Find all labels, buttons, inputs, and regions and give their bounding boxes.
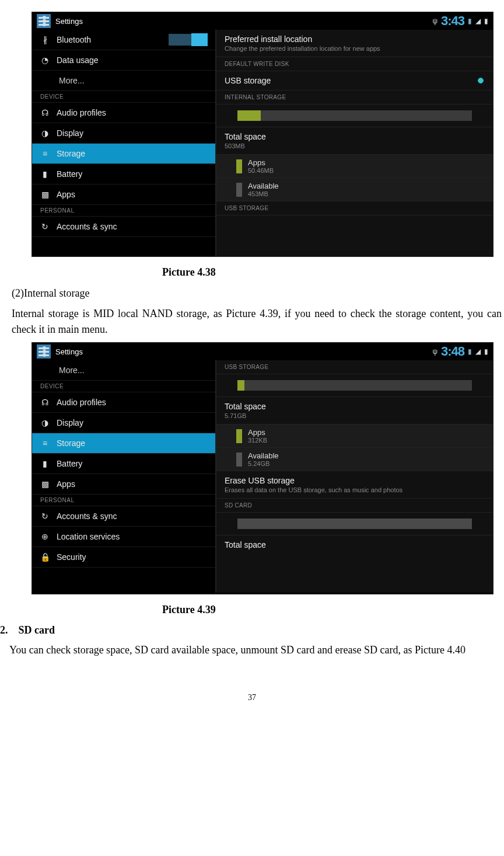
sidebar-item-label: Storage (57, 439, 85, 448)
apps-swatch (236, 429, 242, 443)
radio-selected-icon (478, 78, 484, 83)
bluetooth-icon: ∦ (40, 35, 50, 44)
sidebar-item-storage[interactable]: ≡ Storage (32, 144, 215, 164)
sidebar-item-battery[interactable]: ▮ Battery (32, 164, 215, 185)
row-value: 453MB (248, 190, 279, 197)
usb-icon: ψ (432, 347, 438, 356)
sidebar-item-more[interactable]: More... (32, 360, 215, 381)
signal-icon: ▮ (468, 17, 472, 25)
preferred-install-row[interactable]: Preferred install location Change the pr… (216, 30, 493, 57)
row-subtitle: Erases all data on the USB storage, such… (225, 486, 485, 493)
storage-bar (237, 110, 472, 121)
sidebar-item-location[interactable]: ⊕ Location services (32, 527, 215, 547)
detail-pane: USB STORAGE Total space 5.71GB Apps 312K… (215, 360, 493, 593)
lock-icon: 🔒 (40, 552, 50, 562)
row-title: USB storage (225, 76, 485, 85)
storage-icon: ≡ (40, 439, 50, 448)
wifi-icon: ◢ (475, 347, 481, 356)
row-value: 5.71GB (225, 412, 485, 419)
storage-bar-container (216, 105, 493, 127)
sidebar-item-label: Audio profiles (57, 108, 106, 117)
sd-total-space-row[interactable]: Total space (216, 535, 493, 554)
display-icon: ◑ (40, 128, 50, 138)
battery-icon: ▮ (484, 17, 488, 25)
section-title: SD card (19, 624, 55, 636)
apps-icon: ▩ (40, 190, 50, 199)
sidebar-item-accounts[interactable]: ↻ Accounts & sync (32, 506, 215, 527)
sidebar-item-label: Battery (57, 459, 82, 468)
sidebar-header-device: DEVICE (32, 381, 215, 392)
sidebar-item-apps[interactable]: ▩ Apps (32, 185, 215, 205)
sidebar-item-label: Accounts & sync (57, 511, 117, 521)
apps-swatch (236, 159, 242, 173)
sidebar-item-label: Security (57, 552, 86, 562)
sidebar-item-label: Battery (57, 169, 82, 179)
row-title: Total space (225, 540, 485, 549)
caption-picture-4-39: Picture 4.39 (162, 604, 504, 616)
page-number: 37 (0, 693, 504, 702)
location-icon: ⊕ (40, 532, 50, 541)
sidebar-item-display[interactable]: ◑ Display (32, 413, 215, 433)
row-value: 312KB (248, 437, 267, 444)
available-row[interactable]: Available 453MB (216, 178, 493, 201)
usb-storage-row[interactable]: USB storage (216, 71, 493, 91)
apps-row[interactable]: Apps 50.46MB (216, 155, 493, 178)
sidebar-item-display[interactable]: ◑ Display (32, 123, 215, 144)
sub-heading-internal-storage: (2)Internal storage (12, 286, 504, 301)
available-row[interactable]: Available 5.24GB (216, 448, 493, 471)
row-title: Available (248, 451, 279, 460)
sidebar-item-data-usage[interactable]: ◔ Data usage (32, 50, 215, 71)
clock: 3:43 (441, 13, 464, 29)
settings-app-icon (37, 14, 51, 28)
detail-pane: Preferred install location Change the pr… (215, 30, 493, 256)
settings-sidebar: More... DEVICE ☊ Audio profiles ◑ Displa… (32, 360, 215, 593)
data-usage-icon: ◔ (40, 55, 50, 65)
row-value: 5.24GB (248, 460, 279, 467)
sidebar-item-label: More... (59, 76, 85, 85)
erase-usb-row[interactable]: Erase USB storage Erases all data on the… (216, 471, 493, 499)
battery-icon: ▮ (40, 169, 50, 179)
sidebar-item-label: Accounts & sync (57, 222, 117, 231)
apps-row[interactable]: Apps 312KB (216, 424, 493, 448)
row-value: 50.46MB (248, 167, 274, 174)
battery-icon: ▮ (484, 347, 488, 356)
available-swatch (236, 183, 242, 197)
sidebar-item-battery[interactable]: ▮ Battery (32, 454, 215, 474)
display-icon: ◑ (40, 418, 50, 427)
total-space-row[interactable]: Total space 5.71GB (216, 397, 493, 424)
row-title: Preferred install location (225, 34, 485, 44)
apps-icon: ▩ (40, 479, 50, 489)
audio-icon: ☊ (40, 398, 50, 407)
sd-storage-bar-container (216, 513, 493, 535)
row-title: Apps (248, 158, 274, 167)
sidebar-item-audio[interactable]: ☊ Audio profiles (32, 103, 215, 123)
sidebar-item-storage[interactable]: ≡ Storage (32, 433, 215, 454)
bluetooth-toggle[interactable]: ON (169, 34, 207, 46)
clock: 3:48 (441, 344, 464, 359)
screenshot-picture-4-39: Settings ψ 3:48 ▮ ◢ ▮ More... DEVICE ☊ A… (32, 342, 494, 594)
status-bar: Settings ψ 3:43 ▮ ◢ ▮ (32, 12, 493, 30)
sd-storage-bar (237, 519, 472, 529)
sidebar-item-more[interactable]: More... (32, 71, 215, 91)
total-space-row[interactable]: Total space 503MB (216, 127, 493, 155)
sidebar-header-personal: PERSONAL (32, 205, 215, 217)
sidebar-item-accounts[interactable]: ↻ Accounts & sync (32, 217, 215, 237)
sidebar-item-label: Audio profiles (57, 398, 106, 407)
sidebar-item-label: Location services (57, 532, 120, 541)
paragraph-internal-storage: Internal storage is MID local NAND stora… (12, 306, 504, 337)
wifi-icon: ◢ (475, 17, 481, 25)
sidebar-item-bluetooth[interactable]: ∦ Bluetooth ON (32, 30, 215, 50)
sidebar-item-audio[interactable]: ☊ Audio profiles (32, 392, 215, 413)
sidebar-item-apps[interactable]: ▩ Apps (32, 474, 215, 495)
sidebar-item-security[interactable]: 🔒 Security (32, 547, 215, 568)
battery-icon: ▮ (40, 459, 50, 468)
default-write-header: DEFAULT WRITE DISK (216, 57, 493, 71)
settings-app-icon (37, 345, 51, 359)
sidebar-item-label: More... (59, 366, 85, 375)
section-sd-card: 2.SD card (0, 624, 504, 636)
app-title: Settings (55, 347, 83, 356)
sidebar-header-device: DEVICE (32, 91, 215, 103)
section-number: 2. (0, 624, 8, 636)
row-title: Apps (248, 428, 267, 437)
sync-icon: ↻ (40, 222, 50, 231)
